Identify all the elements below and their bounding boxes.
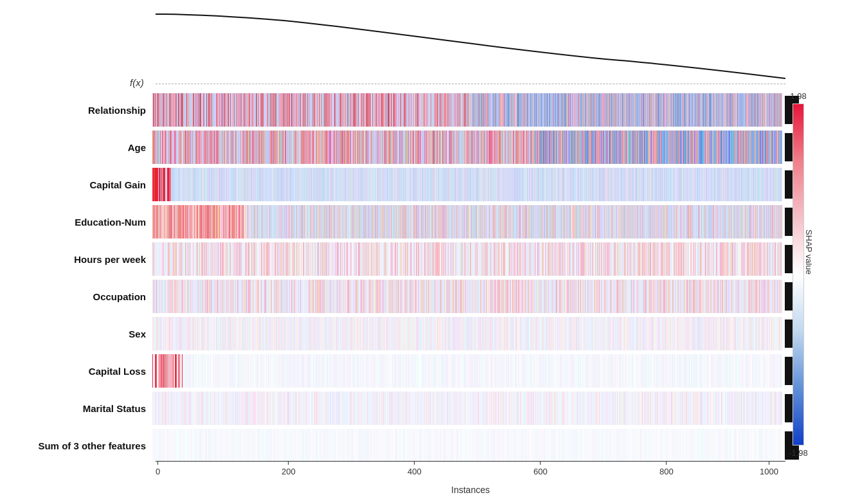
fx-dashed-line <box>156 84 785 84</box>
feature-row-marital-status: Marital Status <box>14 390 785 427</box>
heatmap-canvas <box>152 168 782 201</box>
heatmap-canvas <box>152 242 782 276</box>
heatmap-canvas <box>152 93 782 127</box>
feature-row-hours-per-week: Hours per week <box>14 240 785 278</box>
feature-row-sum-of-3-other-features: Sum of 3 other features <box>14 427 785 464</box>
feature-row-occupation: Occupation <box>14 278 785 315</box>
x-tick-600: 600 <box>533 467 548 476</box>
feature-row-sex: Sex <box>14 315 785 352</box>
x-axis: 0 200 400 600 800 1000 Instances <box>156 461 785 496</box>
rows-area: RelationshipAgeCapital GainEducation-Num… <box>14 91 785 458</box>
legend-min-label: -1.98 <box>789 448 808 458</box>
feature-label: Relationship <box>14 105 152 116</box>
feature-row-education-num: Education-Num <box>14 203 785 240</box>
feature-label: Hours per week <box>14 254 152 265</box>
feature-label: Capital Loss <box>14 366 152 377</box>
feature-label: Sum of 3 other features <box>14 440 152 451</box>
feature-row-capital-loss: Capital Loss <box>14 352 785 390</box>
x-axis-title: Instances <box>451 485 490 495</box>
legend-area: 1.98 -1.98 <box>779 91 818 458</box>
feature-row-age: Age <box>14 129 785 166</box>
feature-row-capital-gain: Capital Gain <box>14 166 785 203</box>
x-tick-200: 200 <box>282 467 296 476</box>
chart-container: f(x) RelationshipAgeCapital GainEducatio… <box>14 8 837 496</box>
feature-label: Age <box>14 142 152 153</box>
heatmap-canvas <box>152 429 782 462</box>
fx-curve <box>156 8 785 85</box>
heatmap-canvas <box>152 354 782 388</box>
x-tick-800: 800 <box>659 467 674 476</box>
heatmap-canvas <box>152 392 782 425</box>
feature-row-relationship: Relationship <box>14 91 785 129</box>
feature-label: Sex <box>14 328 152 339</box>
heatmap-canvas <box>152 205 782 239</box>
heatmap-canvas <box>152 130 782 164</box>
x-tick-0: 0 <box>156 467 160 476</box>
x-tick-400: 400 <box>408 467 422 476</box>
feature-label: Occupation <box>14 291 152 302</box>
legend-gradient-bar <box>793 104 804 446</box>
fx-label: f(x) <box>130 77 144 88</box>
x-tick-1000: 1000 <box>760 467 778 476</box>
legend-max-label: 1.98 <box>790 91 806 101</box>
feature-label: Capital Gain <box>14 179 152 190</box>
feature-label: Education-Num <box>14 217 152 228</box>
heatmap-canvas <box>152 317 782 350</box>
legend-title: SHAP value <box>805 230 814 274</box>
feature-label: Marital Status <box>14 403 152 414</box>
heatmap-canvas <box>152 280 782 313</box>
